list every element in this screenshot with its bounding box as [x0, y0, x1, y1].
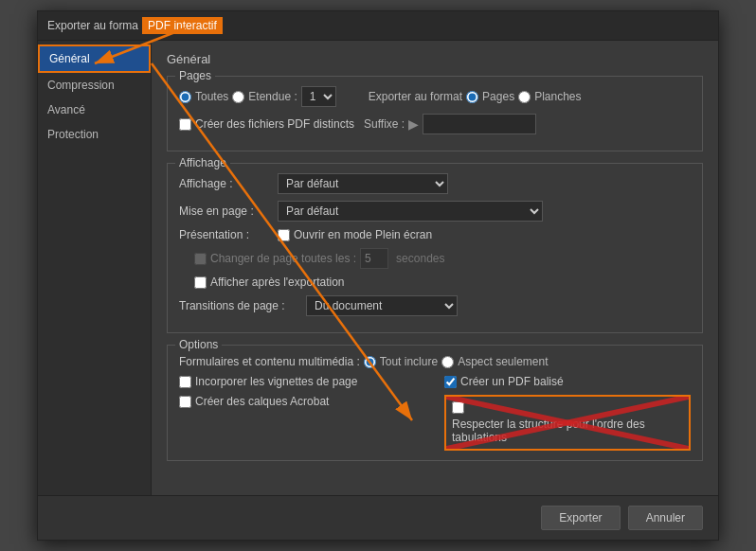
- incorporer-vignettes-label: Incorporer les vignettes de page: [195, 375, 357, 388]
- pages-group-label: Pages: [175, 69, 215, 82]
- highlight-area: Créer un PDF balisé Respecter la structu…: [444, 375, 691, 451]
- etendue-select[interactable]: 1: [301, 86, 336, 107]
- radio-toutes-input[interactable]: [179, 91, 191, 103]
- options-group: Options Formulaires et contenu multimédi…: [167, 345, 703, 461]
- affichage-group-label: Affichage: [175, 156, 230, 169]
- mise-en-page-label: Mise en page :: [179, 204, 274, 218]
- mise-en-page-select[interactable]: Par défaut: [278, 201, 543, 222]
- presentation-row: Présentation : Ouvrir en mode Plein écra…: [179, 228, 691, 241]
- sidebar: Général Compression Avancé Protection: [38, 41, 152, 495]
- formulaires-label: Formulaires et contenu multimédia :: [179, 355, 360, 368]
- sidebar-item-protection[interactable]: Protection: [38, 122, 151, 147]
- pages-group: Pages Toutes Etendue : 1 Exporter au for…: [167, 76, 703, 151]
- ouvrir-mode-pc-checkbox[interactable]: [278, 229, 290, 241]
- options-col-right: Créer un PDF balisé Respecter la structu…: [444, 375, 691, 451]
- radio-tout-inclure-label: Tout inclure: [380, 355, 438, 368]
- secondes-label: secondes: [396, 252, 444, 265]
- changer-page-row: Changer de page toutes les : secondes: [194, 248, 691, 269]
- ouvrir-mode-pc-label: Ouvrir en mode Plein écran: [294, 228, 432, 241]
- changer-page-checkbox[interactable]: [194, 253, 207, 265]
- suffixe-arrow: ▶: [408, 116, 419, 132]
- footer: Exporter Annuler: [38, 495, 718, 540]
- afficher-apres-checkbox[interactable]: [194, 276, 207, 289]
- affichage-row: Affichage : Par défaut: [179, 173, 691, 194]
- afficher-apres-label: Afficher après l'exportation: [210, 276, 344, 289]
- respecter-structure-checkbox[interactable]: [452, 401, 464, 414]
- exporter-button[interactable]: Exporter: [541, 506, 620, 530]
- changer-page-label: Changer de page toutes les :: [210, 252, 356, 265]
- creer-pdf-balise-label: Créer un PDF balisé: [460, 375, 564, 388]
- radio-pages-input[interactable]: [466, 91, 478, 103]
- annuler-button[interactable]: Annuler: [628, 506, 703, 530]
- incorporer-vignettes-checkbox[interactable]: [179, 376, 191, 388]
- respecter-structure-row: Respecter la structure pour l'ordre des …: [452, 401, 683, 444]
- incorporer-vignettes-row: Incorporer les vignettes de page: [179, 375, 425, 388]
- creer-pdf-balise-checkbox[interactable]: [444, 376, 457, 388]
- creer-calques-label: Créer des calques Acrobat: [195, 395, 329, 408]
- affichage-select[interactable]: Par défaut: [278, 173, 448, 194]
- affichage-group: Affichage Affichage : Par défaut Mise en…: [167, 163, 703, 333]
- radio-toutes-label: Toutes: [195, 90, 228, 103]
- radio-tout-inclure[interactable]: Tout inclure: [364, 355, 438, 368]
- afficher-apres-row: Afficher après l'exportation: [194, 276, 691, 289]
- sidebar-item-compression[interactable]: Compression: [38, 73, 151, 98]
- title-bar: Exporter au forma PDF interactif: [38, 11, 718, 41]
- suffixe-value-box: [423, 114, 536, 134]
- creer-fichiers-row: Créer des fichiers PDF distincts Suffixe…: [179, 114, 691, 134]
- radio-aspect-seulement-input[interactable]: [441, 356, 454, 368]
- options-group-label: Options: [175, 338, 222, 351]
- formulaires-row: Formulaires et contenu multimédia : Tout…: [179, 355, 691, 368]
- transitions-row: Transitions de page : Du document: [179, 295, 691, 316]
- radio-etendue[interactable]: Etendue :: [232, 90, 297, 103]
- radio-aspect-seulement[interactable]: Aspect seulement: [441, 355, 548, 368]
- mise-en-page-row: Mise en page : Par défaut: [179, 201, 691, 222]
- title-highlight: PDF interactif: [142, 17, 223, 34]
- content-area: Général Pages Toutes Etendue : 1: [152, 41, 718, 495]
- creer-calques-row: Créer des calques Acrobat: [179, 395, 425, 408]
- creer-fichiers-checkbox[interactable]: [179, 118, 191, 131]
- radio-pages[interactable]: Pages: [466, 90, 514, 103]
- creer-fichiers-label: Créer des fichiers PDF distincts: [195, 117, 354, 131]
- creer-calques-checkbox[interactable]: [179, 396, 191, 408]
- radio-aspect-seulement-label: Aspect seulement: [458, 355, 548, 368]
- respecter-structure-box: Respecter la structure pour l'ordre des …: [444, 395, 691, 451]
- options-bottom-row: Incorporer les vignettes de page Créer d…: [179, 375, 691, 451]
- radio-planches[interactable]: Planches: [518, 90, 581, 103]
- radio-toutes[interactable]: Toutes: [179, 90, 228, 103]
- radio-planches-label: Planches: [534, 90, 581, 103]
- sidebar-item-general[interactable]: Général: [38, 44, 151, 73]
- affichage-label: Affichage :: [179, 177, 274, 190]
- radio-tout-inclure-input[interactable]: [364, 356, 376, 368]
- radio-etendue-input[interactable]: [232, 91, 244, 103]
- title-text: Exporter au forma: [47, 19, 138, 32]
- section-title: Général: [167, 52, 703, 66]
- creer-pdf-balise-row: Créer un PDF balisé: [444, 375, 691, 388]
- exporter-format-label: Exporter au format: [369, 90, 462, 103]
- radio-etendue-label: Etendue :: [248, 90, 297, 103]
- pages-row: Toutes Etendue : 1 Exporter au format Pa…: [179, 86, 691, 107]
- respecter-structure-label: Respecter la structure pour l'ordre des …: [452, 418, 683, 444]
- suffixe-label: Suffixe :: [364, 117, 405, 131]
- transitions-select[interactable]: Du document: [306, 295, 458, 316]
- radio-planches-input[interactable]: [518, 91, 531, 103]
- radio-pages-label: Pages: [482, 90, 514, 103]
- options-col-left: Incorporer les vignettes de page Créer d…: [179, 375, 425, 415]
- transitions-label: Transitions de page :: [179, 299, 302, 312]
- presentation-label: Présentation :: [179, 228, 274, 241]
- changer-page-value[interactable]: [360, 248, 388, 269]
- sidebar-item-avance[interactable]: Avancé: [38, 98, 151, 122]
